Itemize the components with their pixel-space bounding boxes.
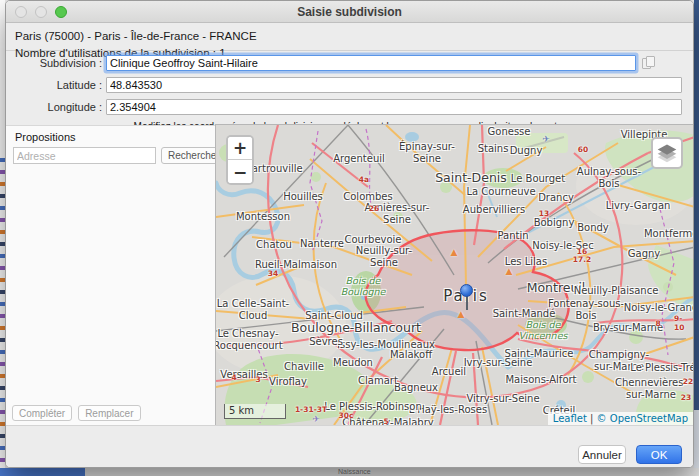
subdivision-summary: Paris (75000) - Paris - Île-de-France - …	[6, 23, 693, 51]
screen: Naissance Saisie subdivision Paris (7500…	[0, 0, 699, 476]
longitude-row: Longitude :	[6, 99, 693, 114]
marker-head	[460, 284, 473, 297]
propositions-title: Propositions	[15, 131, 216, 143]
maximize-button[interactable]	[55, 6, 67, 18]
subdivision-location-line: Paris (75000) - Paris - Île-de-France - …	[15, 28, 684, 45]
subdivision-row: Subdivision :	[6, 55, 693, 70]
dialog-content: Propositions Rechercher Compléter Rempla…	[6, 125, 693, 425]
window-title: Saisie subdivision	[6, 5, 693, 19]
map-attribution: Leaflet | © OpenStreetMap	[548, 412, 693, 425]
map-scale: 5 km	[224, 404, 286, 419]
marker-stem	[466, 295, 468, 310]
background-window-strip-right-lower	[694, 410, 699, 476]
propositions-actions: Compléter Remplacer	[12, 405, 141, 421]
leaflet-link[interactable]: Leaflet	[553, 413, 587, 424]
map-layers-control[interactable]	[651, 137, 683, 169]
traffic-lights	[15, 6, 67, 18]
propositions-panel: Propositions Rechercher Compléter Rempla…	[6, 125, 216, 425]
title-bar[interactable]: Saisie subdivision	[6, 1, 693, 23]
coordinates-form: Subdivision : Latitude : Longitude : Mod…	[6, 51, 693, 125]
map-canvas[interactable]	[216, 125, 693, 425]
address-input[interactable]	[13, 147, 156, 164]
longitude-input[interactable]	[106, 99, 682, 115]
cancel-button[interactable]: Annuler	[578, 445, 626, 464]
latitude-label: Latitude :	[6, 79, 106, 91]
background-window-strip-bottom: Naissance	[0, 468, 699, 476]
background-titlebar-fragment	[0, 468, 85, 476]
background-peek-text: Naissance	[338, 468, 371, 476]
ok-button[interactable]: OK	[636, 445, 682, 464]
dialog-saisie-subdivision: Saisie subdivision Paris (75000) - Paris…	[5, 0, 694, 468]
subdivision-label: Subdivision :	[6, 57, 106, 69]
zoom-out-button[interactable]: −	[228, 160, 252, 183]
subdivision-input[interactable]	[106, 55, 636, 71]
close-button[interactable]	[15, 6, 27, 18]
latitude-row: Latitude :	[6, 77, 693, 92]
longitude-label: Longitude :	[6, 101, 106, 113]
replace-button[interactable]: Remplacer	[78, 405, 140, 421]
minimize-button[interactable]	[35, 6, 47, 18]
osm-link[interactable]: © OpenStreetMap	[597, 413, 688, 424]
background-window-strip-right	[694, 0, 699, 476]
latitude-input[interactable]	[106, 77, 682, 93]
dialog-footer: Annuler OK	[6, 425, 693, 468]
complete-button[interactable]: Compléter	[12, 405, 72, 421]
clipboard-icon[interactable]	[642, 56, 655, 70]
map-zoom-control: + −	[226, 135, 254, 185]
layers-icon	[656, 142, 678, 164]
address-search-row: Rechercher	[13, 147, 212, 164]
attribution-separator: |	[587, 413, 597, 424]
map[interactable]: SartrouvilleHouillesMontessonArgenteuilC…	[216, 125, 693, 425]
zoom-in-button[interactable]: +	[228, 137, 252, 160]
